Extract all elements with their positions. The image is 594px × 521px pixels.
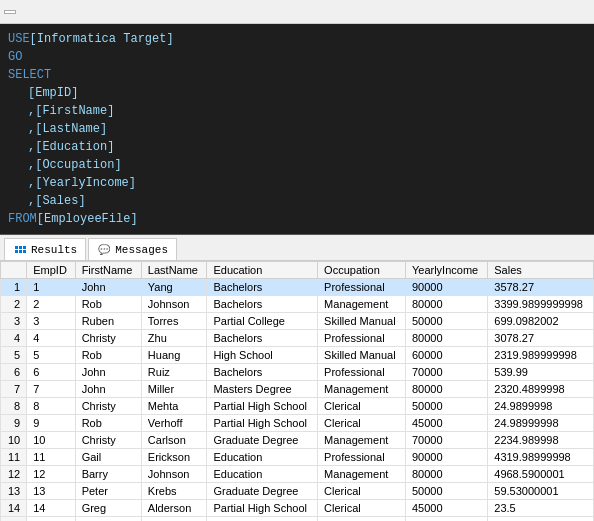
cell-empid: 5 xyxy=(27,347,75,364)
table-row[interactable]: 77JohnMillerMasters DegreeManagement8000… xyxy=(1,381,594,398)
results-container[interactable]: EmpIDFirstNameLastNameEducationOccupatio… xyxy=(0,261,594,521)
cell-lastname: Huang xyxy=(141,347,207,364)
cell-lastname: Zhu xyxy=(141,330,207,347)
cell-empid: 9 xyxy=(27,415,75,432)
cell-education: Bachelors xyxy=(207,279,318,296)
cell-lastname: Torres xyxy=(141,313,207,330)
cell-education: Masters Degree xyxy=(207,381,318,398)
row-number: 5 xyxy=(1,347,27,364)
sql-identifier: ,[Education] xyxy=(8,138,114,156)
sql-line: ,[FirstName] xyxy=(8,102,586,120)
sql-editor[interactable]: USE [Informatica Target]GOSELECT[EmpID],… xyxy=(0,24,594,235)
cell-education: High School xyxy=(207,347,318,364)
cell-education: Bachelors xyxy=(207,364,318,381)
cell-yearlyincome: 90000 xyxy=(405,449,487,466)
cell-lastname: Johnson xyxy=(141,466,207,483)
table-row[interactable]: 1010ChristyCarlsonGraduate DegreeManagem… xyxy=(1,432,594,449)
cell-education: Bachelors xyxy=(207,296,318,313)
cell-empid: 12 xyxy=(27,466,75,483)
tabs-bar: Results💬Messages xyxy=(0,235,594,261)
cell-yearlyincome: 50000 xyxy=(405,398,487,415)
cell-sales: 699.0982002 xyxy=(488,313,594,330)
cell-empid: 14 xyxy=(27,500,75,517)
cell-empid: 11 xyxy=(27,449,75,466)
cell-education: Graduate Degree xyxy=(207,483,318,500)
sql-line: ,[Occupation] xyxy=(8,156,586,174)
zoom-dropdown[interactable] xyxy=(4,10,16,14)
cell-firstname: Barry xyxy=(75,466,141,483)
cell-empid: 1 xyxy=(27,279,75,296)
cell-occupation: Skilled Manual xyxy=(318,347,406,364)
tab-results[interactable]: Results xyxy=(4,238,86,260)
table-row[interactable]: 1414GregAldersonPartial High SchoolCleri… xyxy=(1,500,594,517)
cell-occupation: Clerical xyxy=(318,415,406,432)
cell-sales: 2319.989999998 xyxy=(488,347,594,364)
cell-education: Partial High School xyxy=(207,500,318,517)
table-row[interactable]: 88ChristyMehtaPartial High SchoolClerica… xyxy=(1,398,594,415)
cell-occupation: Management xyxy=(318,432,406,449)
cell-occupation: Skilled Manual xyxy=(318,313,406,330)
col-header-sales: Sales xyxy=(488,262,594,279)
sql-line: ,[Education] xyxy=(8,138,586,156)
cell-lastname: Mehta xyxy=(141,398,207,415)
sql-keyword: USE xyxy=(8,30,30,48)
table-row[interactable]: 44ChristyZhuBachelorsProfessional8000030… xyxy=(1,330,594,347)
cell-education: Partial High School xyxy=(207,415,318,432)
cell-firstname: John xyxy=(75,381,141,398)
row-number: 6 xyxy=(1,364,27,381)
table-row[interactable]: 1313PeterKrebsGraduate DegreeClerical500… xyxy=(1,483,594,500)
cell-firstname: Christy xyxy=(75,330,141,347)
sql-keyword: FROM xyxy=(8,210,37,228)
cell-yearlyincome: 80000 xyxy=(405,296,487,313)
cell-lastname: Ruiz xyxy=(141,364,207,381)
cell-occupation: Professional xyxy=(318,279,406,296)
table-row[interactable]: 66JohnRuizBachelorsProfessional70000539.… xyxy=(1,364,594,381)
table-row[interactable]: 1111GailEricksonEducationProfessional900… xyxy=(1,449,594,466)
row-number: 10 xyxy=(1,432,27,449)
table-row[interactable]: 11JohnYangBachelorsProfessional900003578… xyxy=(1,279,594,296)
cell-firstname: Christy xyxy=(75,432,141,449)
cell-sales: 3578.27 xyxy=(488,279,594,296)
cell-occupation: Clerical xyxy=(318,483,406,500)
cell-occupation: Clerical xyxy=(318,398,406,415)
cell-yearlyincome: 45000 xyxy=(405,500,487,517)
cell-education: Bachelors xyxy=(207,330,318,347)
cell-firstname: John xyxy=(75,364,141,381)
cell-lastname: Erickson xyxy=(141,449,207,466)
row-num-header xyxy=(1,262,27,279)
table-row[interactable]: 55RobHuangHigh SchoolSkilled Manual60000… xyxy=(1,347,594,364)
cell-empid: 13 xyxy=(27,483,75,500)
cell-yearlyincome: 80000 xyxy=(405,381,487,398)
cell-sales: 3399.9899999998 xyxy=(488,296,594,313)
cell-occupation: Professional xyxy=(318,364,406,381)
table-row[interactable]: 33RubenTorresPartial CollegeSkilled Manu… xyxy=(1,313,594,330)
cell-occupation: Management xyxy=(318,381,406,398)
messages-icon: 💬 xyxy=(97,244,111,256)
cell-firstname: Rob xyxy=(75,296,141,313)
cell-yearlyincome: 175000 xyxy=(405,517,487,522)
cell-sales: 539.99 xyxy=(488,364,594,381)
cell-firstname: John xyxy=(75,279,141,296)
row-number: 15 xyxy=(1,517,27,522)
cell-sales: 24.98999998 xyxy=(488,415,594,432)
table-row[interactable]: 1212BarryJohnsonEducationManagement80000… xyxy=(1,466,594,483)
cell-sales: 3078.27 xyxy=(488,330,594,347)
row-number: 2 xyxy=(1,296,27,313)
sql-identifier: ,[Sales] xyxy=(8,192,86,210)
cell-occupation: Management xyxy=(318,466,406,483)
cell-sales: 59.53000001 xyxy=(488,483,594,500)
tab-messages[interactable]: 💬Messages xyxy=(88,238,177,260)
tab-label: Results xyxy=(31,244,77,256)
cell-yearlyincome: 80000 xyxy=(405,330,487,347)
sql-line: ,[YearlyIncome] xyxy=(8,174,586,192)
table-row[interactable]: 22RobJohnsonBachelorsManagement800003399… xyxy=(1,296,594,313)
cell-firstname: Gail xyxy=(75,449,141,466)
sql-line: USE [Informatica Target] xyxy=(8,30,586,48)
sql-identifier: [EmpID] xyxy=(8,84,78,102)
table-row[interactable]: 1515TutorialGatewayMasters DegreeAdmin17… xyxy=(1,517,594,522)
table-row[interactable]: 99RobVerhoffPartial High SchoolClerical4… xyxy=(1,415,594,432)
cell-yearlyincome: 60000 xyxy=(405,347,487,364)
cell-lastname: Johnson xyxy=(141,296,207,313)
cell-yearlyincome: 90000 xyxy=(405,279,487,296)
cell-empid: 15 xyxy=(27,517,75,522)
